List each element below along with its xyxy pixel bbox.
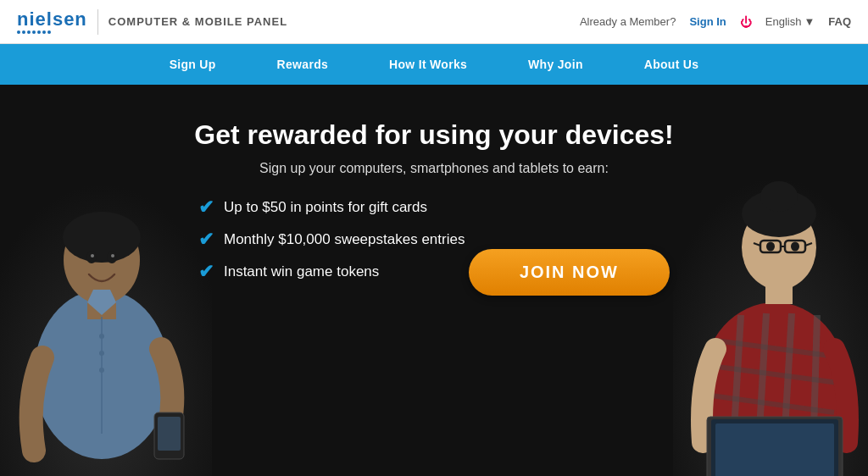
logo-divider (97, 9, 98, 35)
faq-link[interactable]: FAQ (828, 15, 851, 28)
language-selector[interactable]: English ▼ (765, 15, 815, 28)
benefit-text-3: Instant win game tokens (224, 263, 379, 280)
logo-dots (17, 30, 51, 34)
nav-item-why-join[interactable]: Why Join (498, 44, 614, 85)
svg-rect-37 (765, 285, 793, 304)
benefit-text-2: Monthly $10,000 sweepstakes entries (224, 231, 465, 248)
chevron-down-icon: ▼ (804, 15, 815, 28)
site-header: nielsen COMPUTER & MOBILE PANEL Already … (0, 0, 868, 44)
svg-point-29 (760, 181, 798, 212)
person-left-illustration (0, 112, 212, 476)
logo-text: nielsen (17, 10, 87, 29)
join-now-button[interactable]: JOIN NOW (469, 249, 670, 296)
svg-point-36 (791, 242, 799, 252)
benefit-text-1: Up to $50 in points for gift cards (224, 199, 427, 216)
svg-point-14 (99, 351, 104, 356)
nav-item-how-it-works[interactable]: How It Works (359, 44, 498, 85)
sign-in-link[interactable]: Sign In (689, 15, 726, 28)
site-title: COMPUTER & MOBILE PANEL (108, 15, 287, 28)
svg-point-13 (99, 334, 104, 339)
benefit-item-1: ✔ Up to $50 in points for gift cards (198, 196, 465, 219)
nav-item-signup[interactable]: Sign Up (139, 44, 247, 85)
nav-item-rewards[interactable]: Rewards (247, 44, 359, 85)
person-right-illustration (673, 103, 868, 476)
svg-rect-40 (715, 423, 834, 476)
benefits-list: ✔ Up to $50 in points for gift cards ✔ M… (198, 196, 465, 293)
checkmark-icon-1: ✔ (198, 196, 214, 219)
already-member-text: Already a Member? (580, 15, 676, 28)
power-icon[interactable]: ⏻ (740, 15, 752, 29)
hero-section: Get rewarded for using your devices! Sig… (0, 85, 868, 476)
svg-point-35 (766, 242, 775, 252)
benefit-item-3: ✔ Instant win game tokens (198, 261, 465, 283)
main-nav: Sign Up Rewards How It Works Why Join Ab… (0, 44, 868, 85)
svg-point-15 (99, 368, 104, 373)
hero-subheadline: Sign up your computers, smartphones and … (194, 161, 673, 176)
language-text: English (765, 15, 802, 28)
hero-content: Get rewarded for using your devices! Sig… (194, 85, 673, 317)
checkmark-icon-2: ✔ (198, 229, 214, 251)
hero-headline: Get rewarded for using your devices! (194, 119, 673, 151)
header-left: nielsen COMPUTER & MOBILE PANEL (17, 9, 287, 35)
benefit-item-2: ✔ Monthly $10,000 sweepstakes entries (198, 229, 465, 251)
header-right: Already a Member? Sign In ⏻ English ▼ FA… (580, 15, 851, 29)
svg-rect-7 (158, 417, 181, 451)
nav-item-about-us[interactable]: About Us (614, 44, 730, 85)
nielsen-logo: nielsen (17, 10, 87, 34)
checkmark-icon-3: ✔ (198, 261, 214, 283)
